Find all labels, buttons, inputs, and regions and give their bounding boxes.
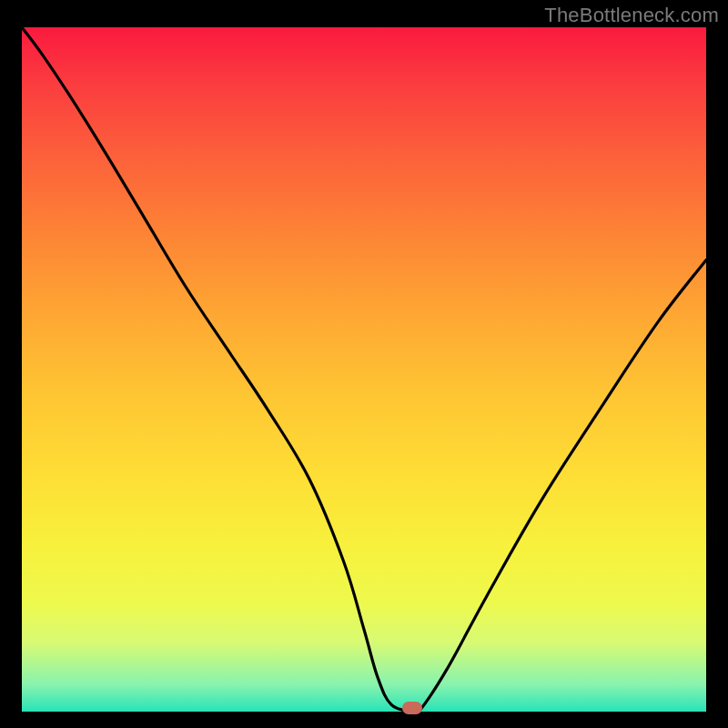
plot-area bbox=[22, 27, 706, 712]
curve-svg bbox=[22, 27, 706, 712]
watermark-label: TheBottleneck.com bbox=[544, 4, 719, 27]
chart-frame: TheBottleneck.com bbox=[0, 0, 728, 728]
bottleneck-curve bbox=[22, 27, 706, 712]
optimal-marker bbox=[402, 702, 422, 714]
